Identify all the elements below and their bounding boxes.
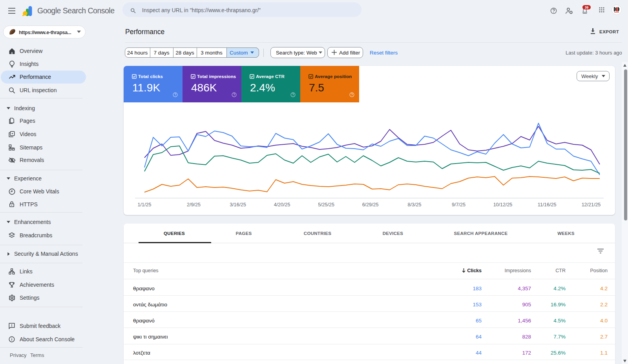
svg-text:12/21/25: 12/21/25 xyxy=(582,202,601,207)
svg-text:3/16/25: 3/16/25 xyxy=(230,202,246,207)
svg-text:4/20/25: 4/20/25 xyxy=(274,202,290,207)
svg-text:11/16/25: 11/16/25 xyxy=(538,202,557,207)
svg-text:10/12/25: 10/12/25 xyxy=(493,202,513,207)
svg-text:8/3/25: 8/3/25 xyxy=(408,202,422,207)
svg-text:6/29/25: 6/29/25 xyxy=(362,202,379,207)
svg-text:5/25/25: 5/25/25 xyxy=(318,202,334,207)
svg-text:2/9/25: 2/9/25 xyxy=(187,202,201,207)
svg-text:9/7/25: 9/7/25 xyxy=(452,202,466,207)
svg-text:1/1/25: 1/1/25 xyxy=(138,202,152,207)
